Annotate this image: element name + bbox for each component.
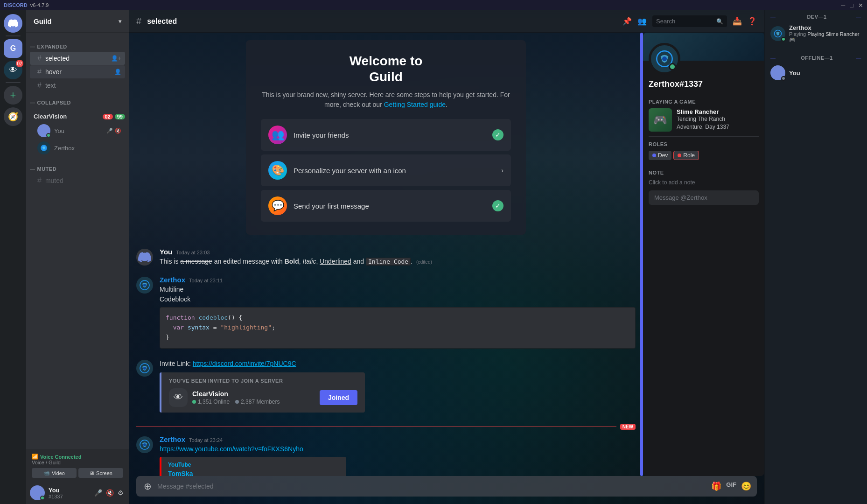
user-panel-avatar [30, 485, 45, 500]
user-you[interactable]: You 🎤 🔇 [30, 122, 125, 139]
offline-section-header: — OFFLINE—1 — [765, 51, 867, 63]
msg2-avatar [136, 277, 153, 294]
clearvision-server-icon[interactable]: 👁 02 [4, 61, 22, 79]
discord-home-button[interactable] [4, 14, 22, 33]
roles-list: Dev Role [649, 151, 759, 160]
message-label: Send your first message [294, 202, 486, 210]
video-button[interactable]: 📹 Video [32, 468, 77, 478]
note-input[interactable]: Click to add a note [649, 179, 759, 186]
right-user-you[interactable]: You [765, 63, 867, 83]
invite-url[interactable]: https://discord.com/invite/7pNUC9C [193, 360, 296, 367]
server-name: Guild [34, 17, 51, 25]
profile-divider-1 [649, 94, 759, 94]
gif-button[interactable]: GIF [726, 481, 736, 491]
right-zerthox-name: Zerthox [789, 24, 861, 31]
online-dot [192, 400, 196, 404]
right-zerthox-activity: Playing Playing Slime Rancher 🎮 [789, 31, 861, 43]
msg4-header: Zerthox Today at 23:24 [160, 435, 636, 443]
channel-hash: # [136, 16, 141, 27]
messages-area: Welcome toGuild This is your brand new, … [129, 33, 643, 476]
deafen-icon: 🔇 [115, 128, 121, 134]
deafen-self-button[interactable]: 🔇 [105, 488, 115, 498]
channel-selected[interactable]: # selected 👤+ [30, 52, 125, 65]
voice-controls: 📹 Video 🖥 Screen [32, 468, 123, 478]
msg2-text: MultilineCodeblock [160, 285, 636, 304]
user-you-name: You [54, 127, 64, 134]
right-you-info: You [789, 70, 861, 77]
minimize-button[interactable]: ─ [841, 2, 845, 9]
clearvision-badge: 02 [16, 60, 23, 67]
add-member-icon: 👤+ [111, 55, 121, 62]
getting-started-link[interactable]: Getting Started guide [384, 101, 446, 108]
settings-button[interactable]: ⚙ [116, 488, 125, 498]
mute-self-button[interactable]: 🎤 [93, 488, 104, 498]
youtube-link[interactable]: https://www.youtube.com/watch?v=foFKXS6N… [160, 445, 303, 453]
checklist-invite[interactable]: 👥 Invite your friends ✓ [261, 119, 511, 151]
guild-server-icon[interactable]: G [4, 39, 22, 58]
profile-avatar [649, 43, 680, 75]
profile-divider-3 [649, 165, 759, 165]
game-detail: Tending The RanchAdventure, Day 1337 [677, 115, 759, 131]
joined-button[interactable]: Joined [320, 390, 357, 405]
emoji-button[interactable]: 😊 [741, 481, 751, 491]
user-you-avatar [37, 124, 50, 137]
channel-text[interactable]: # text [30, 79, 125, 92]
italic-text: Italic [303, 258, 316, 265]
explore-servers-button[interactable]: 🧭 [4, 107, 22, 126]
clearvision-badges: 02 99 [103, 114, 126, 119]
msg2-timestamp: Today at 23:11 [189, 278, 223, 283]
gift-icon[interactable]: 🎁 [711, 481, 721, 491]
channel-hover[interactable]: # hover 👤 [30, 65, 125, 78]
welcome-subtitle: This is your brand new, shiny server. He… [261, 90, 511, 110]
welcome-title: Welcome toGuild [261, 53, 511, 84]
msg1-avatar [136, 249, 153, 266]
server-header[interactable]: Guild ▾ [26, 10, 129, 33]
user-zerthox[interactable]: Zerthox [30, 140, 125, 156]
header-actions: 📌 👥 🔍 📥 ❓ [622, 15, 757, 27]
user-zerthox-name: Zerthox [54, 145, 75, 152]
panel-username: You [49, 487, 89, 494]
message-group-3: Invite Link: https://discord.com/invite/… [136, 357, 636, 418]
add-server-button[interactable]: + [4, 86, 22, 105]
app-version: v6-4.7.9 [30, 2, 49, 8]
profile-message-input[interactable]: Message @Zerthox [649, 190, 759, 205]
invite-server-row: 👁 ClearVision 1,351 Online 2,387 Members… [169, 388, 357, 407]
message-input-field[interactable] [157, 477, 707, 495]
msg2-header: Zerthox Today at 23:11 [160, 276, 636, 284]
voice-connected-label: 📶 Voice Connected [32, 454, 123, 460]
add-attachment-button[interactable]: ⊕ [142, 476, 154, 497]
right-sidebar: — DEV—1 — Zerthox Playing Playing Slime … [764, 10, 867, 504]
msg1-header: You Today at 23:03 [160, 248, 636, 256]
close-button[interactable]: ✕ [858, 2, 863, 9]
checklist-personalize[interactable]: 🎨 Personalize your server with an icon › [261, 154, 511, 186]
scroll-indicator[interactable] [640, 33, 643, 476]
channel-list: — EXPANDED # selected 👤+ # hover 👤 # tex… [26, 33, 129, 449]
checklist-message[interactable]: 💬 Send your first message ✓ [261, 190, 511, 222]
msg3-content: Invite Link: https://discord.com/invite/… [160, 359, 636, 416]
category-muted: — MUTED [26, 159, 129, 174]
help-icon[interactable]: ❓ [748, 17, 757, 26]
profile-banner [643, 33, 764, 61]
clearvision-header: ClearVision 02 99 [26, 111, 129, 122]
message-input-box: ⊕ 🎁 GIF 😊 [136, 476, 757, 497]
search-input[interactable] [652, 15, 727, 27]
edited-label: (edited) [416, 259, 432, 265]
msg4-link: https://www.youtube.com/watch?v=foFKXS6N… [160, 444, 636, 454]
screen-share-button[interactable]: 🖥 Screen [78, 468, 123, 478]
restore-button[interactable]: □ [850, 2, 853, 9]
category-collapsed: — COLLAPSED [26, 92, 129, 107]
right-user-zerthox[interactable]: Zerthox Playing Playing Slime Rancher 🎮 [765, 21, 867, 46]
channel-muted[interactable]: # muted [30, 174, 125, 187]
search-icon: 🔍 [716, 18, 723, 25]
members-icon[interactable]: 👥 [637, 17, 647, 26]
right-zerthox-info: Zerthox Playing Playing Slime Rancher 🎮 [789, 24, 861, 43]
inbox-icon[interactable]: 📥 [733, 17, 742, 26]
msg4-author: Zerthox [160, 435, 185, 443]
screen-icon: 🖥 [89, 470, 94, 476]
message-check: ✓ [492, 200, 503, 211]
message-icon: 💬 [268, 196, 287, 215]
badge-02: 02 [103, 114, 113, 119]
thread-icon[interactable]: 📌 [622, 17, 632, 26]
right-zerthox-avatar [770, 26, 785, 41]
zerthox-status-dot [781, 37, 786, 42]
